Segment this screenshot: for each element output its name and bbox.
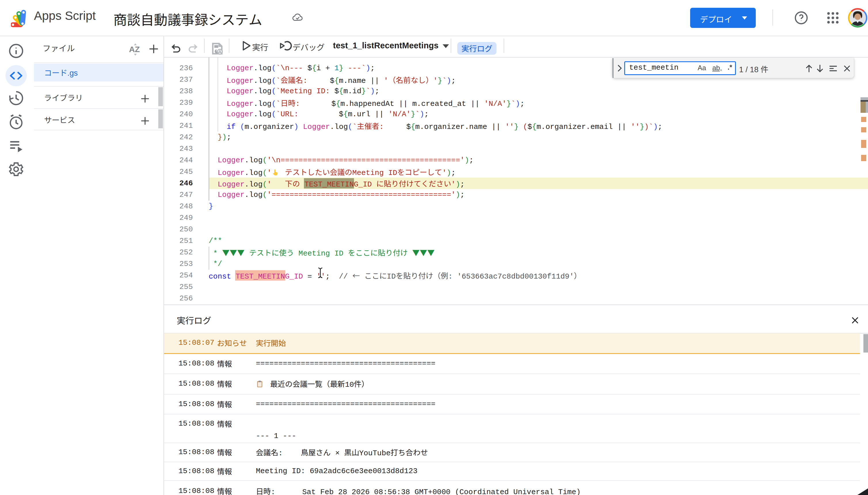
svg-text:AZ: AZ xyxy=(129,45,140,54)
